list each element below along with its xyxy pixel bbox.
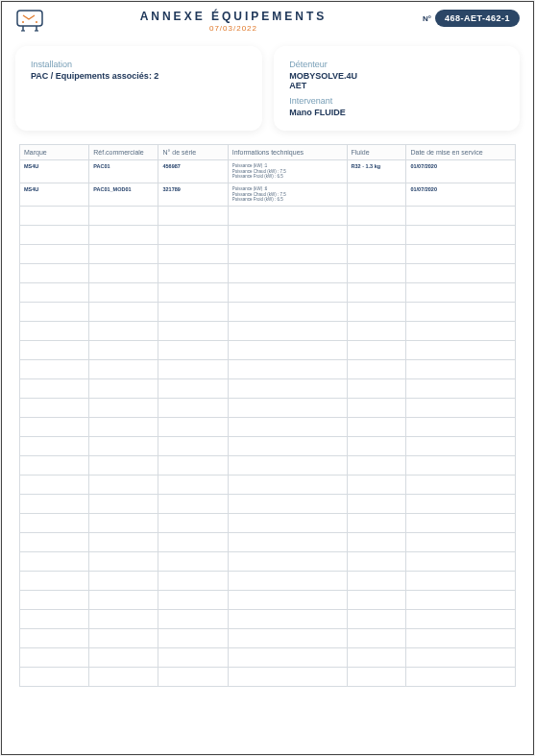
cell-empty — [228, 206, 347, 225]
cell-empty — [20, 590, 89, 609]
table-row-empty — [20, 340, 516, 359]
cell-empty — [228, 302, 347, 321]
installation-label: Installation — [31, 60, 247, 69]
cell-empty — [406, 647, 516, 667]
cell-empty — [20, 359, 89, 378]
cell-empty — [228, 571, 347, 590]
cell-empty — [228, 225, 347, 244]
cell-empty — [228, 417, 347, 436]
table-row-empty — [20, 590, 516, 609]
cell-empty — [89, 244, 158, 263]
cell-empty — [347, 590, 406, 609]
cell-empty — [228, 628, 347, 647]
cell-empty — [158, 532, 228, 551]
cell-empty — [406, 263, 516, 282]
cell-empty — [158, 378, 228, 398]
cell-empty — [347, 321, 406, 340]
table-row-empty — [20, 571, 516, 590]
table-row-empty — [20, 455, 516, 475]
detenteur-label: Détenteur — [289, 60, 504, 69]
cell-empty — [20, 340, 89, 359]
cell-empty — [89, 206, 158, 225]
cell-empty — [406, 513, 516, 532]
cell-empty — [406, 475, 516, 494]
svg-point-1 — [22, 21, 24, 23]
cell-empty — [158, 571, 228, 590]
cell-empty — [406, 378, 516, 398]
cell-empty — [89, 455, 158, 475]
cell-empty — [158, 263, 228, 282]
cell-marque: MS4U — [20, 160, 89, 183]
cell-empty — [89, 340, 158, 359]
table-row-empty — [20, 609, 516, 628]
table-row-empty — [20, 551, 516, 571]
cell-empty — [406, 340, 516, 359]
cell-empty — [20, 551, 89, 571]
cell-empty — [406, 398, 516, 417]
cell-empty — [406, 590, 516, 609]
page-title: ANNEXE ÉQUIPEMENTS — [54, 10, 413, 23]
cell-empty — [158, 436, 228, 455]
table-row-empty — [20, 436, 516, 455]
cell-empty — [20, 571, 89, 590]
svg-point-2 — [36, 21, 37, 23]
cell-empty — [347, 455, 406, 475]
th-marque: Marque — [20, 145, 89, 160]
cell-empty — [89, 378, 158, 398]
cell-empty — [228, 532, 347, 551]
cell-empty — [347, 667, 406, 686]
cell-ref: PAC01_MOD01 — [89, 183, 158, 206]
cell-empty — [228, 475, 347, 494]
cell-marque: MS4U — [20, 183, 89, 206]
table-row-empty — [20, 378, 516, 398]
cell-empty — [347, 282, 406, 302]
cell-empty — [347, 551, 406, 571]
cell-serie: 321789 — [158, 183, 228, 206]
cell-empty — [347, 571, 406, 590]
th-fluide: Fluide — [347, 145, 406, 160]
cell-empty — [228, 340, 347, 359]
cell-empty — [228, 609, 347, 628]
cell-empty — [158, 302, 228, 321]
cell-empty — [20, 263, 89, 282]
cell-empty — [406, 494, 516, 513]
cell-empty — [228, 282, 347, 302]
th-info: Informations techniques — [228, 145, 347, 160]
equipment-table: Marque Réf.commerciale N° de série Infor… — [19, 144, 516, 687]
intervenant-label: Intervenant — [289, 96, 504, 106]
cell-empty — [20, 628, 89, 647]
cell-empty — [406, 359, 516, 378]
cell-fluide — [347, 183, 406, 206]
cell-empty — [347, 359, 406, 378]
table-row-empty — [20, 282, 516, 302]
cell-empty — [347, 475, 406, 494]
cell-empty — [228, 359, 347, 378]
cell-empty — [228, 647, 347, 667]
th-date: Date de mise en service — [406, 145, 516, 160]
cell-empty — [89, 263, 158, 282]
cell-empty — [228, 398, 347, 417]
num-prefix: N° — [423, 14, 431, 23]
cell-serie: 456987 — [158, 160, 228, 183]
table-row-empty — [20, 417, 516, 436]
table-row-empty — [20, 206, 516, 225]
cell-empty — [89, 532, 158, 551]
cell-empty — [89, 225, 158, 244]
cell-empty — [347, 628, 406, 647]
cell-empty — [406, 244, 516, 263]
cell-empty — [158, 647, 228, 667]
cell-empty — [20, 609, 89, 628]
cell-empty — [347, 532, 406, 551]
cell-empty — [20, 398, 89, 417]
cell-empty — [406, 302, 516, 321]
cell-empty — [20, 532, 89, 551]
cell-empty — [347, 263, 406, 282]
cell-empty — [20, 206, 89, 225]
cell-empty — [406, 417, 516, 436]
cell-empty — [89, 513, 158, 532]
cell-empty — [228, 378, 347, 398]
cell-empty — [158, 321, 228, 340]
cell-empty — [347, 513, 406, 532]
detenteur-line2: AET — [289, 81, 504, 90]
cell-empty — [158, 551, 228, 571]
